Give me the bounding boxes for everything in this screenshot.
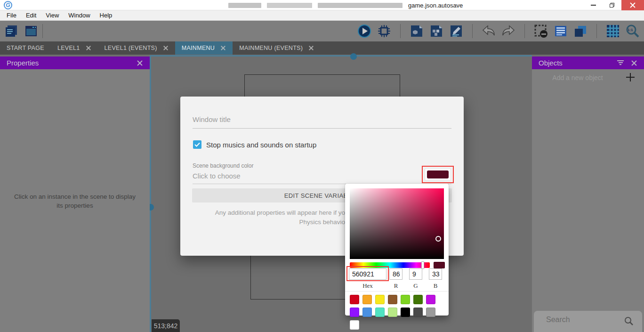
objects-search bbox=[534, 311, 642, 332]
redacted-block bbox=[267, 3, 312, 8]
redo-icon[interactable] bbox=[501, 24, 516, 39]
pane-divider-vertical[interactable] bbox=[150, 55, 151, 332]
restore-icon bbox=[610, 3, 614, 8]
edit-scene-properties-icon[interactable] bbox=[449, 24, 464, 39]
palette-swatch[interactable] bbox=[388, 295, 397, 304]
green-input[interactable] bbox=[409, 268, 422, 280]
r-label: R bbox=[386, 282, 405, 290]
properties-empty-message: Click on an instance in the scene to dis… bbox=[7, 192, 143, 210]
redacted-block bbox=[228, 3, 261, 8]
minimize-button[interactable] bbox=[584, 0, 603, 10]
window-title-field[interactable] bbox=[193, 115, 451, 129]
menubar: File Edit View Window Help bbox=[0, 10, 644, 21]
toolbar: 1:1 bbox=[0, 21, 644, 41]
minimize-icon bbox=[591, 5, 596, 6]
close-panel-icon[interactable] bbox=[631, 60, 637, 66]
search-input[interactable] bbox=[546, 316, 617, 324]
tabbar: START PAGE LEVEL1 LEVEL1 (EVENTS) MAINME… bbox=[0, 41, 644, 55]
tab-mainmenu-events[interactable]: MAINMENU (EVENTS) bbox=[233, 41, 321, 55]
highlight-box-hex bbox=[346, 266, 389, 281]
close-button[interactable] bbox=[621, 0, 644, 10]
color-picker-popup: Hex R G B bbox=[345, 184, 449, 316]
palette-swatch[interactable] bbox=[362, 308, 372, 317]
tab-level1[interactable]: LEVEL1 bbox=[51, 41, 98, 55]
palette-swatch[interactable] bbox=[401, 295, 410, 304]
window-title-text: game.json.autosave bbox=[408, 2, 463, 9]
undo-icon[interactable] bbox=[481, 24, 496, 39]
dialog-helper-text: Any additional properties will appear he… bbox=[193, 208, 345, 227]
palette-swatch[interactable] bbox=[388, 308, 397, 317]
hex-label: Hex bbox=[358, 282, 377, 290]
tab-close-icon[interactable] bbox=[86, 45, 91, 51]
stop-music-label: Stop musics and sounds on startup bbox=[206, 141, 316, 149]
cursor-coordinates: 513;842 bbox=[152, 319, 180, 332]
menu-help[interactable]: Help bbox=[95, 10, 117, 20]
scene-bg-color-field[interactable]: Click to choose bbox=[193, 172, 241, 180]
instances-list-icon[interactable] bbox=[553, 24, 568, 39]
layers-icon[interactable] bbox=[573, 24, 588, 39]
divider bbox=[345, 291, 449, 292]
palette-swatch[interactable] bbox=[426, 295, 435, 304]
red-input[interactable] bbox=[389, 268, 402, 280]
blue-input[interactable] bbox=[429, 268, 442, 280]
b-label: B bbox=[426, 282, 445, 290]
menu-edit[interactable]: Edit bbox=[21, 10, 41, 20]
debugger-icon[interactable] bbox=[377, 24, 392, 39]
palette-swatch[interactable] bbox=[362, 295, 372, 304]
tab-level1-events[interactable]: LEVEL1 (EVENTS) bbox=[98, 41, 175, 55]
check-icon bbox=[194, 142, 200, 147]
zoom-original-icon[interactable]: 1:1 bbox=[625, 24, 640, 39]
search-icon bbox=[624, 316, 634, 326]
palette-swatch[interactable] bbox=[426, 308, 435, 317]
palette-swatch[interactable] bbox=[350, 295, 359, 304]
redacted-block bbox=[318, 3, 402, 8]
grid-icon[interactable] bbox=[605, 24, 620, 39]
properties-panel-header: Properties bbox=[0, 57, 150, 69]
scene-window-icon[interactable] bbox=[24, 24, 39, 39]
stop-music-checkbox[interactable] bbox=[193, 140, 201, 149]
palette-swatch[interactable] bbox=[401, 308, 410, 317]
palette-swatch[interactable] bbox=[350, 320, 359, 330]
properties-panel-title: Properties bbox=[7, 59, 39, 67]
play-icon[interactable] bbox=[357, 24, 372, 39]
gdevelop-logo-icon: G bbox=[4, 1, 12, 9]
export-object-icon[interactable] bbox=[409, 24, 424, 39]
tab-close-icon[interactable] bbox=[163, 45, 169, 51]
add-object-row: Add a new object bbox=[532, 72, 644, 85]
hue-slider-handle[interactable] bbox=[421, 261, 424, 269]
close-panel-icon[interactable] bbox=[137, 60, 143, 66]
gdevelop-window: G game.json.autosave File Edit View Wind… bbox=[0, 0, 644, 332]
objects-panel-title: Objects bbox=[539, 59, 563, 67]
add-object-label: Add a new object bbox=[532, 74, 623, 81]
restore-button[interactable] bbox=[603, 0, 621, 10]
pane-resize-handle[interactable] bbox=[350, 53, 357, 60]
window-controls bbox=[584, 0, 644, 10]
palette-swatch[interactable] bbox=[413, 308, 423, 317]
clear-selection-icon[interactable] bbox=[533, 24, 548, 39]
tab-mainmenu[interactable]: MAINMENU bbox=[175, 41, 233, 55]
window-title: game.json.autosave bbox=[228, 1, 463, 9]
palette-swatch[interactable] bbox=[413, 295, 423, 304]
tab-start-page[interactable]: START PAGE bbox=[0, 41, 51, 55]
saturation-area[interactable] bbox=[350, 188, 444, 259]
filter-icon[interactable] bbox=[617, 60, 624, 66]
palette-swatch[interactable] bbox=[375, 295, 385, 304]
tab-close-icon[interactable] bbox=[220, 45, 226, 51]
menu-file[interactable]: File bbox=[2, 10, 21, 20]
objects-panel: Objects Add a new object bbox=[532, 57, 644, 332]
project-manager-icon[interactable] bbox=[4, 24, 19, 39]
pane-divider-horizontal[interactable] bbox=[150, 55, 532, 57]
add-object-button[interactable] bbox=[626, 73, 635, 81]
menu-view[interactable]: View bbox=[41, 10, 64, 20]
palette-swatch[interactable] bbox=[350, 308, 359, 317]
export-group-icon[interactable] bbox=[429, 24, 444, 39]
palette-swatch[interactable] bbox=[375, 308, 385, 317]
preset-palette bbox=[350, 295, 447, 330]
tab-close-icon[interactable] bbox=[308, 45, 314, 51]
zoom-ratio-label: 1:1 bbox=[628, 28, 633, 32]
scene-bg-color-label: Scene background color bbox=[193, 162, 253, 169]
close-icon bbox=[630, 2, 636, 8]
saturation-cursor[interactable] bbox=[435, 236, 441, 242]
menu-window[interactable]: Window bbox=[64, 10, 95, 20]
g-label: G bbox=[406, 282, 425, 290]
